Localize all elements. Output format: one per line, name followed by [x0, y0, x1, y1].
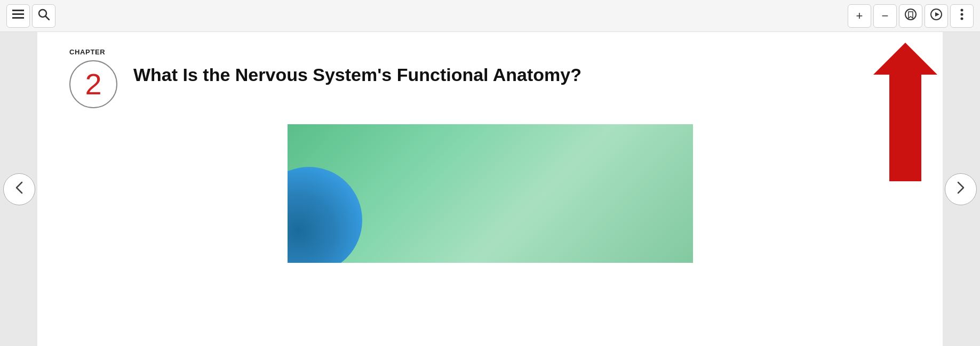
next-page-button[interactable]	[945, 173, 977, 205]
svg-point-10	[961, 18, 963, 20]
toolbar: + −	[0, 0, 980, 32]
prev-page-button[interactable]	[3, 173, 35, 205]
svg-line-4	[46, 17, 50, 20]
menu-button[interactable]	[6, 4, 30, 28]
page-content: CHAPTER 2 What Is the Nervous System's F…	[37, 32, 943, 346]
menu-icon	[12, 10, 24, 22]
chapter-label: CHAPTER	[69, 48, 911, 56]
svg-marker-7	[935, 12, 939, 17]
svg-point-5	[905, 9, 916, 20]
toolbar-right: + −	[848, 4, 974, 28]
svg-point-8	[961, 9, 963, 12]
chapter-image-circle-decoration	[288, 167, 362, 263]
red-arrow-annotation	[852, 43, 937, 181]
more-button[interactable]	[950, 4, 974, 28]
play-button[interactable]	[925, 4, 948, 28]
chapter-header: 2 What Is the Nervous System's Functiona…	[69, 60, 911, 108]
svg-rect-2	[12, 17, 24, 19]
search-icon	[38, 9, 50, 23]
chapter-number-circle: 2	[69, 60, 117, 108]
more-icon	[960, 9, 963, 23]
search-button[interactable]	[32, 4, 55, 28]
toolbar-left	[6, 4, 55, 28]
zoom-out-button[interactable]: −	[873, 4, 897, 28]
svg-marker-11	[873, 43, 937, 181]
chapter-title: What Is the Nervous System's Functional …	[133, 60, 581, 86]
bookmark-button[interactable]	[899, 4, 922, 28]
zoom-out-icon: −	[882, 9, 889, 23]
svg-point-9	[961, 13, 963, 16]
chapter-image	[288, 124, 693, 263]
prev-icon	[15, 181, 23, 197]
svg-rect-1	[12, 13, 24, 15]
main-area: CHAPTER 2 What Is the Nervous System's F…	[0, 32, 980, 346]
zoom-in-button[interactable]: +	[848, 4, 871, 28]
zoom-in-icon: +	[856, 9, 863, 23]
svg-rect-0	[12, 10, 24, 11]
bookmark-icon	[904, 8, 917, 23]
play-icon	[930, 9, 942, 23]
chapter-number: 2	[85, 69, 101, 99]
next-icon	[957, 181, 965, 197]
